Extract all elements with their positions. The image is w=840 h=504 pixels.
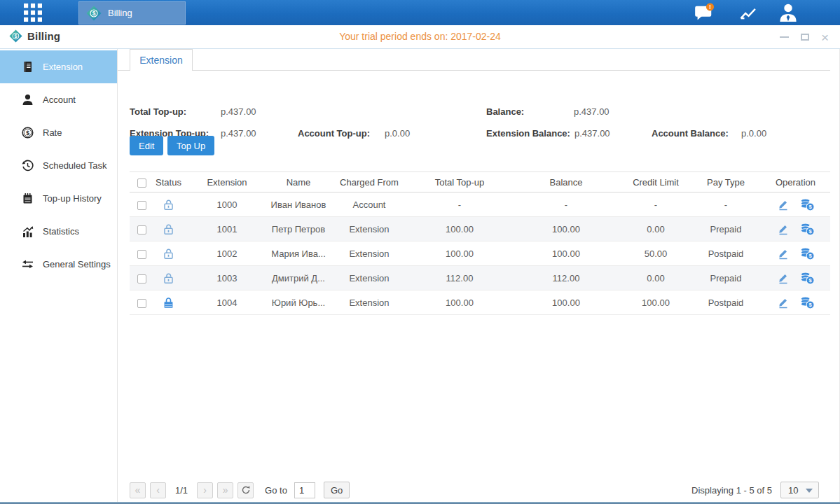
ledger-icon <box>22 61 34 73</box>
extensions-table: Status Extension Name Charged From Total… <box>130 172 830 315</box>
cell-total-topup: 100.00 <box>408 248 511 259</box>
cell-charged-from: Extension <box>331 298 408 308</box>
main-content: Extension Total Top-up: p.437.00 Balance… <box>118 49 840 502</box>
row-checkbox[interactable] <box>137 225 146 234</box>
edit-icon[interactable] <box>777 247 790 260</box>
sidebar-item-account[interactable]: Account <box>0 83 117 116</box>
displaying-text: Displaying 1 - 5 of 5 <box>691 485 772 496</box>
sidebar-item-topup-history[interactable]: Top-up History <box>0 182 117 215</box>
topup-coins-icon[interactable] <box>800 272 815 285</box>
cell-extension: 1000 <box>188 200 266 210</box>
cell-pay-type: Postpaid <box>691 298 761 308</box>
select-all-checkbox[interactable] <box>137 178 146 188</box>
cell-balance: 100.00 <box>511 298 621 308</box>
page-size-value: 10 <box>788 485 798 496</box>
topup-coins-icon[interactable] <box>800 296 815 309</box>
resource-monitor-icon[interactable] <box>736 6 760 21</box>
last-page-button[interactable]: » <box>217 482 233 498</box>
tab-extension[interactable]: Extension <box>130 49 193 71</box>
notifications-icon[interactable] <box>694 3 715 22</box>
locked-icon <box>163 296 174 309</box>
sidebar: Extension Account Rate Scheduled Task To… <box>0 49 118 502</box>
app-launcher-icon[interactable] <box>24 4 42 22</box>
edit-button[interactable]: Edit <box>130 136 163 155</box>
table-row: 1002 Мария Ива... Extension 100.00 100.0… <box>130 241 830 266</box>
edit-icon[interactable] <box>777 296 790 309</box>
cell-extension: 1004 <box>188 298 266 308</box>
col-balance: Balance <box>511 177 621 188</box>
edit-icon[interactable] <box>777 223 790 235</box>
cell-credit-limit: 100.00 <box>621 298 691 308</box>
sidebar-item-label: Rate <box>43 127 62 138</box>
row-checkbox[interactable] <box>137 274 146 284</box>
topup-button[interactable]: Top Up <box>167 136 214 155</box>
notepad-icon <box>22 192 34 204</box>
cell-name: Иван Иванов <box>266 200 331 210</box>
topup-coins-icon[interactable] <box>800 223 815 236</box>
row-checkbox[interactable] <box>137 250 146 259</box>
balance-value: p.437.00 <box>574 106 610 117</box>
sidebar-item-extension[interactable]: Extension <box>0 50 117 83</box>
table-row: 1003 Дмитрий Д... Extension 112.00 112.0… <box>130 266 830 290</box>
cell-balance: 100.00 <box>511 248 621 259</box>
window-title-bar: Billing Your trial period ends on: 2017-… <box>0 25 840 49</box>
account-balance-label: Account Balance: <box>652 128 729 139</box>
sidebar-item-label: Top-up History <box>43 193 102 204</box>
sidebar-item-label: Account <box>43 94 76 105</box>
goto-label: Go to <box>265 485 287 496</box>
prev-page-button[interactable]: ‹ <box>150 482 166 498</box>
cell-extension: 1001 <box>188 224 266 234</box>
refresh-button[interactable] <box>237 482 254 498</box>
topup-coins-icon[interactable] <box>800 198 815 211</box>
dollar-circle-icon <box>22 127 34 139</box>
row-checkbox[interactable] <box>137 201 146 210</box>
table-row: 1004 Юрий Юрь... Extension 100.00 100.00… <box>130 290 830 315</box>
edit-icon[interactable] <box>777 198 790 211</box>
cell-pay-type: Prepaid <box>691 224 761 234</box>
first-page-button[interactable]: « <box>130 482 146 498</box>
maximize-button[interactable] <box>801 34 809 41</box>
sliders-icon <box>22 258 34 270</box>
cell-credit-limit: 50.00 <box>621 248 691 259</box>
billing-summary: Total Top-up: p.437.00 Balance: p.437.00… <box>118 71 840 134</box>
close-button[interactable]: × <box>821 31 829 44</box>
table-row: 1000 Иван Иванов Account - - - - <box>130 192 830 217</box>
refresh-icon <box>241 485 251 495</box>
cell-credit-limit: 0.00 <box>621 273 691 284</box>
minimize-button[interactable] <box>780 36 789 38</box>
cell-charged-from: Account <box>331 200 408 210</box>
col-pay-type: Pay Type <box>691 177 761 188</box>
cell-total-topup: - <box>408 200 511 210</box>
cell-name: Юрий Юрь... <box>266 298 331 308</box>
next-page-button[interactable]: › <box>197 482 213 498</box>
cell-charged-from: Extension <box>331 248 408 259</box>
topup-coins-icon[interactable] <box>800 247 815 260</box>
sidebar-item-rate[interactable]: Rate <box>0 116 117 149</box>
person-icon <box>22 94 34 106</box>
cell-name: Дмитрий Д... <box>266 273 331 284</box>
cell-total-topup: 100.00 <box>408 298 511 308</box>
goto-page-input[interactable] <box>294 482 315 498</box>
cell-balance: 100.00 <box>511 224 621 234</box>
clock-history-icon <box>22 160 34 172</box>
sidebar-item-scheduled-task[interactable]: Scheduled Task <box>0 149 117 182</box>
row-checkbox[interactable] <box>137 299 146 308</box>
sidebar-item-statistics[interactable]: Statistics <box>0 215 117 248</box>
sidebar-item-general-settings[interactable]: General Settings <box>0 248 117 281</box>
cell-credit-limit: - <box>621 200 691 210</box>
cell-pay-type: Prepaid <box>691 273 761 284</box>
extension-topup-value: p.437.00 <box>221 128 256 139</box>
cell-extension: 1003 <box>188 273 266 284</box>
total-topup-label: Total Top-up: <box>130 106 186 117</box>
page-size-select[interactable]: 10 <box>780 482 819 498</box>
app-tab-billing[interactable]: Billing <box>78 1 186 24</box>
cell-charged-from: Extension <box>331 273 408 284</box>
go-button[interactable]: Go <box>324 482 350 498</box>
cell-name: Петр Петров <box>266 224 331 234</box>
unlocked-icon <box>163 247 174 260</box>
app-tab-label: Billing <box>108 8 132 18</box>
user-account-icon[interactable] <box>778 3 799 22</box>
edit-icon[interactable] <box>777 272 790 284</box>
col-credit-limit: Credit Limit <box>621 177 691 188</box>
top-bar: Billing <box>0 0 840 25</box>
